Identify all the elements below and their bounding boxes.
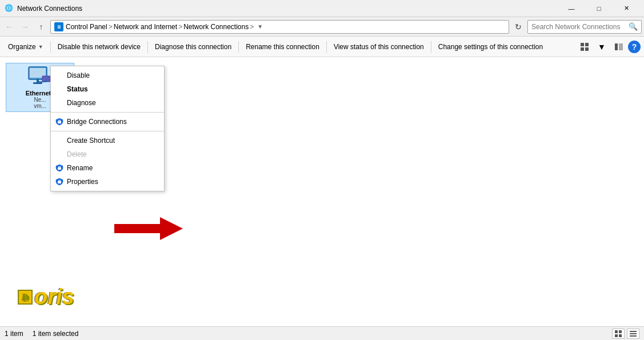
svg-rect-2 xyxy=(581,47,584,51)
doris-logo-icon: D xyxy=(17,289,33,305)
doris-logo: D oris xyxy=(17,285,74,309)
shield-icon-properties xyxy=(55,178,63,186)
toolbar-sep1 xyxy=(50,41,51,53)
view-dropdown-button[interactable]: ▼ xyxy=(594,39,610,55)
svg-rect-3 xyxy=(585,47,589,51)
svg-rect-5 xyxy=(619,43,623,50)
change-settings-label: Change settings of this connection xyxy=(438,43,543,51)
diagnose-button[interactable]: Diagnose this connection xyxy=(150,39,236,55)
svg-rect-23 xyxy=(615,330,618,333)
toolbar-sep4 xyxy=(326,41,327,53)
svg-rect-4 xyxy=(615,43,618,50)
disable-label: Disable this network device xyxy=(58,43,141,51)
ctx-item-shortcut[interactable]: Create Shortcut xyxy=(51,134,164,147)
rename-button[interactable]: Rename this connection xyxy=(241,39,324,55)
path-sep3: > xyxy=(250,23,254,31)
svg-marker-20 xyxy=(114,217,183,240)
ctx-item-diagnose[interactable]: Diagnose xyxy=(51,96,164,110)
ctx-label-bridge: Bridge Connections xyxy=(67,118,127,126)
status-bar: 1 item 1 item selected xyxy=(0,326,644,340)
ctx-label-disable: Disable xyxy=(67,71,90,79)
svg-rect-26 xyxy=(619,334,622,337)
window-icon: 🌐 xyxy=(5,4,14,13)
ctx-item-status[interactable]: Status xyxy=(51,82,164,96)
path-text: Control Panel xyxy=(66,23,107,31)
svg-text:D: D xyxy=(21,293,29,302)
svg-rect-27 xyxy=(630,331,637,332)
change-settings-button[interactable]: Change settings of this connection xyxy=(434,39,547,55)
pane-button[interactable] xyxy=(611,39,627,55)
red-arrow-indicator xyxy=(114,217,183,242)
ctx-item-bridge[interactable]: Bridge Connections xyxy=(51,115,164,129)
ctx-label-properties: Properties xyxy=(67,178,98,186)
ethernet-line2: vm... xyxy=(34,103,46,109)
rename-label: Rename this connection xyxy=(246,43,319,51)
ctx-separator-sep1 xyxy=(51,112,164,113)
ctx-label-status: Status xyxy=(67,85,88,93)
path-network-internet: Network and Internet xyxy=(114,23,177,31)
search-icon: 🔍 xyxy=(629,22,638,31)
close-button[interactable]: ✕ xyxy=(613,0,639,17)
path-network-connections: Network Connections xyxy=(183,23,249,31)
details-view-btn[interactable] xyxy=(627,329,639,339)
svg-rect-29 xyxy=(630,335,637,337)
path-dropdown-icon: ▼ xyxy=(257,23,263,30)
toolbar-right: ▼ ? xyxy=(577,39,641,55)
window-controls: — □ ✕ xyxy=(558,0,639,17)
view-status-button[interactable]: View status of this connection xyxy=(329,39,429,55)
svg-rect-0 xyxy=(581,43,584,46)
address-path[interactable]: 🖥 Control Panel > Network and Internet >… xyxy=(50,20,509,34)
organize-label: Organize xyxy=(8,43,36,51)
svg-rect-25 xyxy=(615,334,618,337)
search-input[interactable] xyxy=(531,23,629,31)
item-selected: 1 item selected xyxy=(33,330,79,338)
maximize-button[interactable]: □ xyxy=(586,0,612,17)
svg-rect-9 xyxy=(33,82,42,84)
ctx-label-shortcut: Create Shortcut xyxy=(67,137,115,145)
diagnose-label: Diagnose this connection xyxy=(155,43,231,51)
up-button[interactable]: ↑ xyxy=(34,20,48,34)
organize-button[interactable]: Organize ▼ xyxy=(3,39,48,55)
toolbar: Organize ▼ Disable this network device D… xyxy=(0,37,644,57)
pane-icon xyxy=(614,42,623,51)
ethernet-line1: Ne... xyxy=(34,97,46,103)
path-sep1: > xyxy=(109,23,113,31)
svg-rect-24 xyxy=(619,330,622,333)
ctx-separator-sep2 xyxy=(51,131,164,131)
ctx-label-diagnose: Diagnose xyxy=(67,99,96,107)
large-icons-view-btn[interactable] xyxy=(612,329,625,339)
main-content: Ethernet0 Ne... vm... DisableStatusDiagn… xyxy=(0,57,644,326)
large-icons-icon xyxy=(614,330,622,338)
toolbar-sep5 xyxy=(431,41,431,53)
ctx-label-rename: Rename xyxy=(67,164,93,172)
details-icon xyxy=(629,330,637,338)
status-right xyxy=(612,329,639,339)
ctx-label-delete: Delete xyxy=(67,150,87,158)
doris-text: oris xyxy=(34,285,74,309)
view-status-label: View status of this connection xyxy=(334,43,424,51)
search-box: 🔍 xyxy=(527,20,642,34)
shield-icon-bridge xyxy=(55,118,63,126)
help-button[interactable]: ? xyxy=(628,41,641,53)
address-bar: ← → ↑ 🖥 Control Panel > Network and Inte… xyxy=(0,17,644,37)
refresh-button[interactable]: ↻ xyxy=(511,20,525,34)
back-button[interactable]: ← xyxy=(2,20,16,34)
path-sep2: > xyxy=(178,23,182,31)
ethernet-icon xyxy=(26,66,54,89)
path-icon: 🖥 xyxy=(54,22,63,31)
status-left: 1 item 1 item selected xyxy=(5,330,78,338)
forward-button[interactable]: → xyxy=(18,20,32,34)
ctx-item-rename[interactable]: Rename xyxy=(51,161,164,175)
ctx-item-delete: Delete xyxy=(51,147,164,161)
shield-icon-rename xyxy=(55,164,63,172)
svg-rect-1 xyxy=(585,43,589,46)
context-menu: DisableStatusDiagnoseBridge ConnectionsC… xyxy=(50,66,165,191)
toolbar-sep2 xyxy=(147,41,148,53)
item-count: 1 item xyxy=(5,330,23,338)
view-toggle-button[interactable] xyxy=(577,39,593,55)
ctx-item-disable[interactable]: Disable xyxy=(51,69,164,82)
disable-button[interactable]: Disable this network device xyxy=(53,39,145,55)
svg-rect-28 xyxy=(630,333,637,334)
ctx-item-properties[interactable]: Properties xyxy=(51,175,164,189)
minimize-button[interactable]: — xyxy=(558,0,585,17)
